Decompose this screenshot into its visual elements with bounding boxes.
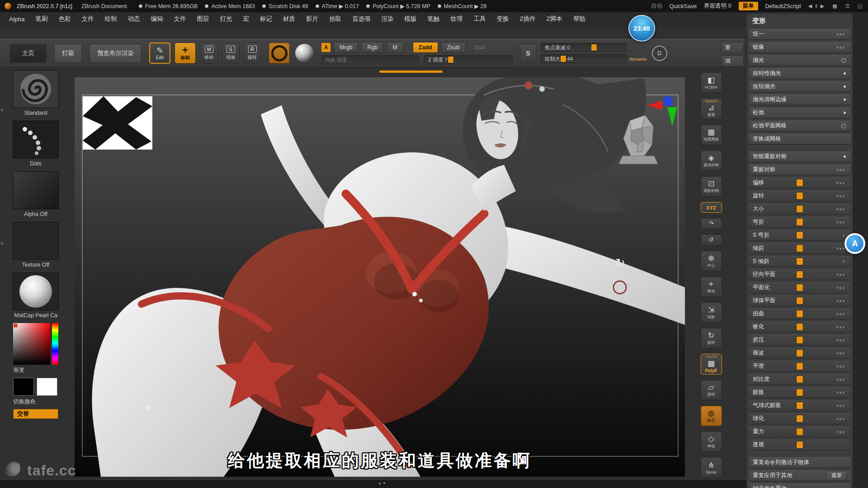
axis-toggles[interactable]: xyz (836, 390, 846, 394)
deform-row[interactable]: 膨胀 xyz (749, 387, 850, 398)
deform-row[interactable]: 挤压 xyz (749, 335, 850, 345)
deform-row[interactable]: 弯折 xyz (749, 217, 850, 227)
slider-handle[interactable] (797, 402, 803, 409)
slider-handle[interactable] (797, 192, 803, 199)
rgb-button[interactable]: Rgb (361, 42, 383, 53)
material-sphere-selector[interactable] (294, 42, 315, 64)
axis-toggles[interactable]: xyz (836, 430, 846, 434)
deform-row[interactable]: 偏移 xyz (749, 178, 850, 188)
ui-transparency-label[interactable]: 界面透明 0 (704, 2, 731, 10)
toggle-dot[interactable] (844, 155, 846, 158)
swap-colors-label[interactable]: 切换颜色 (13, 398, 58, 406)
axis-toggles[interactable]: xyz (836, 272, 846, 277)
shelf-button[interactable]: ◍ 幽灵 (701, 406, 722, 426)
axis-toggles[interactable]: z (843, 259, 846, 263)
mini-button-1[interactable]: 重 (721, 42, 744, 53)
deform-row[interactable]: 对文件夹重做 (749, 483, 850, 488)
axis-toggles[interactable]: xyz (836, 32, 846, 36)
deform-row[interactable]: 抛光清晰边缘 (749, 94, 850, 105)
collapse-divider-icon[interactable]: « (0, 239, 4, 246)
quicksave-button[interactable]: QuickSave (670, 3, 697, 9)
document-canvas[interactable]: ↻ 给他提取相应的服装和道具做准备啊 (75, 77, 685, 477)
focal-shift-slider[interactable]: 焦点衰减 0 (541, 43, 627, 52)
saturation-value-square[interactable] (13, 323, 50, 365)
menu-item[interactable]: 拾取 (329, 15, 341, 23)
deform-row[interactable]: 锥化 xyz (749, 322, 850, 332)
toggle-dot[interactable] (844, 85, 846, 88)
deform-row[interactable]: 平面化 xyz (749, 282, 850, 293)
shelf-button[interactable]: ↻ 旋转 (701, 328, 722, 348)
deform-row[interactable]: 统一 xyz (749, 29, 850, 39)
scroll-arrows-icon[interactable]: ▲▼ (378, 481, 387, 485)
menu-item[interactable]: 变换 (497, 15, 509, 23)
menu-item[interactable]: 色彩 (59, 15, 71, 23)
slider-handle[interactable] (448, 56, 453, 63)
shelf-button[interactable]: ◇ 单独 (701, 432, 722, 452)
shelf-button[interactable]: ◧ AC50% (701, 72, 722, 93)
axis-toggles[interactable]: xyz (836, 325, 846, 329)
deform-row[interactable]: 扭曲 xyz (749, 309, 850, 319)
slider-handle[interactable] (797, 258, 803, 265)
menu-item[interactable]: 绘制 (105, 15, 117, 23)
a-chip-button[interactable]: A (321, 43, 330, 52)
scale-gizmo-button[interactable]: S 缩放 (222, 42, 240, 64)
secondary-color-swatch[interactable] (37, 378, 57, 396)
deform-row[interactable]: 重复命令到激活子物体 (749, 457, 850, 468)
shelf-button[interactable]: XYZ (701, 202, 722, 213)
deform-row[interactable]: 球体平面 xyz (749, 296, 850, 306)
menu-item[interactable]: 笔刷 (36, 15, 48, 23)
slider-handle[interactable] (797, 324, 803, 330)
sculptris-pro-button[interactable]: S (520, 44, 536, 63)
menu-item[interactable]: 材质 (283, 15, 295, 23)
material-thumbnail[interactable] (13, 272, 59, 310)
deform-row[interactable]: 重复应用于其他 遮罩 (749, 470, 850, 481)
lightbox-button[interactable]: 灯箱 (54, 44, 82, 63)
brush-thumbnail[interactable] (13, 70, 59, 108)
axis-toggles[interactable]: xyz (836, 404, 846, 408)
axis-toggles[interactable]: xyz (836, 417, 846, 421)
deform-row[interactable]: 气球式膨胀 xyz (749, 400, 850, 411)
deform-row[interactable]: 平滑 xyz (749, 361, 850, 371)
axis-toggles[interactable]: xyz (836, 194, 846, 198)
home-button[interactable]: 主页 (10, 44, 47, 63)
rotate-gizmo-button[interactable]: R 旋转 (243, 42, 261, 64)
shelf-button[interactable]: ↺ (701, 235, 722, 245)
shelf-button[interactable]: Dynamic ⊿ 透视 (701, 98, 722, 119)
deform-row[interactable]: S 弯折 z (749, 230, 850, 240)
deform-row[interactable]: 球化 xyz (749, 413, 850, 424)
slider-handle[interactable] (797, 206, 803, 212)
mini-button-2[interactable]: 调 (721, 56, 744, 67)
deform-row[interactable]: 倾斜 xyz (749, 243, 850, 253)
menu-item[interactable]: 灯光 (220, 15, 232, 23)
slider-handle[interactable] (797, 389, 803, 396)
zscript-label[interactable]: DefaultZScript (765, 3, 801, 9)
shelf-button[interactable]: ▦ 地面网格 (701, 125, 722, 145)
shelf-button[interactable]: Line Fill ▩ PolyF (701, 354, 722, 375)
preview-boolean-button[interactable]: 预览布尔渲染 (90, 44, 142, 63)
menu-item[interactable]: 首选项 (352, 15, 371, 23)
stroke-thumbnail[interactable] (13, 121, 59, 159)
deform-row[interactable]: 重力 xyz (749, 427, 850, 437)
slider-handle[interactable] (797, 284, 803, 291)
toggle-dot[interactable] (841, 124, 846, 128)
deform-row[interactable]: S 倾斜 z (749, 256, 850, 267)
axis-toggles[interactable]: xyz (836, 207, 846, 211)
slider-handle[interactable] (797, 219, 803, 225)
mrgb-button[interactable]: Mrgb (334, 42, 358, 53)
zadd-button[interactable]: Zadd (413, 42, 438, 53)
menu-item[interactable]: 渲染 (382, 15, 394, 23)
toggle-dot[interactable] (841, 58, 846, 63)
slider-handle[interactable] (561, 56, 566, 62)
axis-toggles[interactable]: xyz (836, 312, 846, 316)
m-button[interactable]: M (387, 42, 403, 53)
list-icon[interactable]: ☰ (845, 3, 851, 9)
stroke-preview-thumbnail[interactable] (83, 96, 152, 150)
toggle-dot[interactable] (844, 72, 846, 75)
menu-item[interactable]: 动态 (128, 15, 140, 23)
slider-handle[interactable] (797, 232, 803, 239)
deform-row[interactable]: 松弛平面网格 (749, 121, 850, 131)
menu-item[interactable]: Z脚本 (547, 15, 562, 23)
deform-row[interactable]: 透视 (749, 440, 850, 450)
menu-item[interactable]: 文件 (174, 15, 186, 23)
deform-row[interactable]: 变换成网格 (749, 134, 850, 144)
